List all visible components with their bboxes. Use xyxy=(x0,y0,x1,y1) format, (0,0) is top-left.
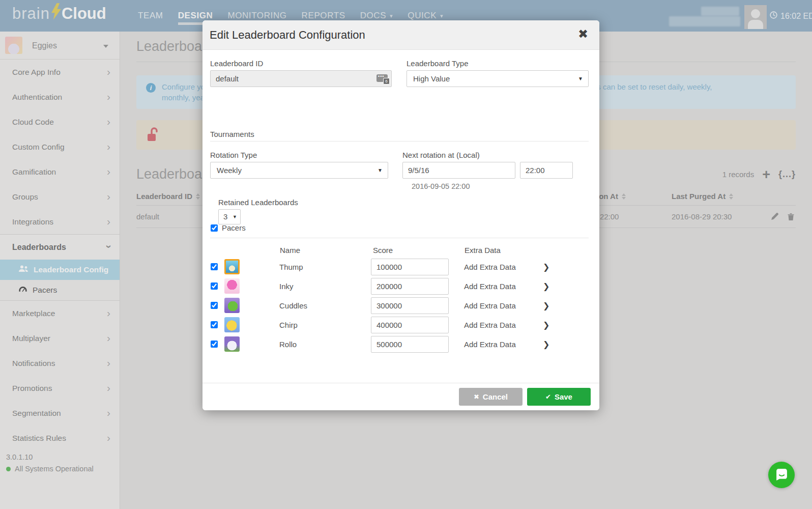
edit-leaderboard-modal: Edit Leaderboard Configuration ✖ Leaderb… xyxy=(202,20,599,410)
pacer-checkbox[interactable] xyxy=(211,282,218,290)
x-icon: ✖ xyxy=(474,393,479,401)
leaderboard-id-wrap xyxy=(210,70,392,87)
pacer-checkbox[interactable] xyxy=(211,263,218,270)
cancel-button[interactable]: ✖ Cancel xyxy=(459,388,523,406)
pacer-row: Chirp Add Extra Data ❯ xyxy=(210,317,589,333)
pacers-label: Pacers xyxy=(222,223,246,232)
pacer-row: Cuddles Add Extra Data ❯ xyxy=(210,297,589,314)
pacers-toggle-row: Pacers xyxy=(211,223,246,232)
pacers-checkbox[interactable] xyxy=(211,224,218,232)
divider xyxy=(210,141,589,142)
select-caret-icon: ▼ xyxy=(578,71,583,87)
pacer-row: Thump Add Extra Data ❯ xyxy=(210,259,589,275)
add-extra-data-link[interactable]: Add Extra Data xyxy=(464,278,516,295)
pacer-avatar-thump xyxy=(224,259,240,274)
close-icon[interactable]: ✖ xyxy=(578,27,588,42)
leaderboard-id-label: Leaderboard ID xyxy=(210,59,263,68)
pacer-score-input[interactable] xyxy=(371,297,449,314)
add-extra-data-link[interactable]: Add Extra Data xyxy=(464,259,516,275)
pacer-row: Rollo Add Extra Data ❯ xyxy=(210,336,589,353)
pacers-column-name: Name xyxy=(280,246,300,254)
retained-leaderboards-select[interactable]: 3 ▼ xyxy=(218,209,241,224)
pacer-avatar-rollo xyxy=(224,336,240,352)
pacer-avatar-inky xyxy=(224,278,240,294)
modal-body: Leaderboard ID Leaderboard Type High Val… xyxy=(202,50,599,383)
modal-footer: ✖ Cancel ✔ Save xyxy=(202,383,599,410)
rotation-time-input[interactable] xyxy=(520,162,573,179)
pacer-checkbox[interactable] xyxy=(211,341,218,348)
pacer-name: Chirp xyxy=(279,317,298,333)
chat-bubble-icon xyxy=(775,467,789,483)
autofill-extension-icon xyxy=(376,74,388,82)
pacer-score-input[interactable] xyxy=(371,336,449,353)
pacer-name: Thump xyxy=(279,259,303,275)
pacer-name: Cuddles xyxy=(279,297,307,314)
pacers-list: Thump Add Extra Data ❯ Inky Add Extra Da… xyxy=(210,259,589,355)
pacer-name: Rollo xyxy=(279,336,297,353)
select-caret-icon: ▼ xyxy=(378,162,383,178)
select-caret-icon: ▼ xyxy=(233,210,237,224)
add-extra-data-link[interactable]: Add Extra Data xyxy=(464,336,516,353)
rotation-date-input[interactable] xyxy=(402,162,515,179)
chevron-right-icon[interactable]: ❯ xyxy=(543,297,549,314)
check-icon: ✔ xyxy=(545,393,551,401)
pacers-column-score: Score xyxy=(373,246,393,254)
chevron-right-icon[interactable]: ❯ xyxy=(543,317,549,333)
modal-header: Edit Leaderboard Configuration ✖ xyxy=(202,20,599,50)
leaderboard-type-select[interactable]: High Value ▼ xyxy=(407,70,589,87)
pacer-checkbox[interactable] xyxy=(211,302,218,309)
leaderboard-type-label: Leaderboard Type xyxy=(407,59,469,68)
chat-launcher[interactable] xyxy=(768,462,795,488)
pacer-avatar-chirp xyxy=(224,317,240,332)
divider xyxy=(210,238,589,238)
next-rotation-label: Next rotation at (Local) xyxy=(402,151,480,159)
save-button[interactable]: ✔ Save xyxy=(527,388,591,406)
retained-leaderboards-label: Retained Leaderboards xyxy=(218,198,298,207)
add-extra-data-link[interactable]: Add Extra Data xyxy=(464,317,516,333)
add-extra-data-link[interactable]: Add Extra Data xyxy=(464,297,516,314)
chevron-right-icon[interactable]: ❯ xyxy=(543,259,549,275)
rotation-helper-text: 2016-09-05 22:00 xyxy=(412,182,470,190)
pacer-score-input[interactable] xyxy=(371,278,449,295)
chevron-right-icon[interactable]: ❯ xyxy=(543,336,549,353)
screen: brain Cloud TEAM DESIGN MONITORING REPOR… xyxy=(0,0,812,509)
pacer-score-input[interactable] xyxy=(371,317,449,333)
pacer-checkbox[interactable] xyxy=(211,321,218,328)
rotation-type-select[interactable]: Weekly ▼ xyxy=(210,162,388,179)
modal-title: Edit Leaderboard Configuration xyxy=(210,20,365,50)
tournaments-heading: Tournaments xyxy=(210,130,254,138)
pacers-column-extra-data: Extra Data xyxy=(465,246,501,254)
rotation-type-label: Rotation Type xyxy=(210,151,257,159)
pacer-name: Inky xyxy=(279,278,294,295)
pacer-avatar-cuddles xyxy=(224,298,240,313)
chevron-right-icon[interactable]: ❯ xyxy=(543,278,549,295)
leaderboard-id-input[interactable] xyxy=(210,70,392,87)
pacer-row: Inky Add Extra Data ❯ xyxy=(210,278,589,295)
pacer-score-input[interactable] xyxy=(371,259,449,275)
